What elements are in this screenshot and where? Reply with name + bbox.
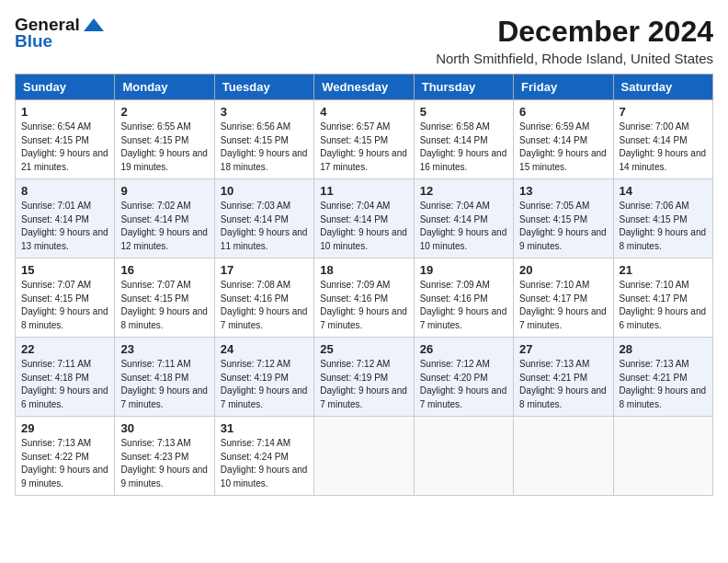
weekday-header-wednesday: Wednesday (314, 75, 414, 100)
day-info: Sunrise: 7:12 AMSunset: 4:19 PMDaylight:… (221, 358, 308, 411)
daylight-text: Daylight: 9 hours and 7 minutes. (420, 385, 507, 409)
sunset-text: Sunset: 4:15 PM (120, 293, 188, 304)
daylight-text: Daylight: 9 hours and 11 minutes. (221, 227, 308, 251)
day-info: Sunrise: 6:58 AMSunset: 4:14 PMDaylight:… (420, 121, 507, 174)
day-number: 9 (120, 184, 208, 198)
sunrise-text: Sunrise: 7:07 AM (120, 280, 190, 290)
calendar-cell: 29Sunrise: 7:13 AMSunset: 4:22 PMDayligh… (16, 417, 115, 496)
calendar-cell: 11Sunrise: 7:04 AMSunset: 4:14 PMDayligh… (314, 179, 414, 259)
day-number: 31 (221, 421, 308, 435)
day-info: Sunrise: 7:09 AMSunset: 4:16 PMDaylight:… (420, 279, 507, 332)
sunset-text: Sunset: 4:14 PM (620, 135, 688, 145)
calendar-week-5: 29Sunrise: 7:13 AMSunset: 4:22 PMDayligh… (16, 417, 713, 496)
svg-marker-0 (84, 18, 104, 31)
day-info: Sunrise: 6:59 AMSunset: 4:14 PMDaylight:… (519, 121, 607, 174)
day-info: Sunrise: 7:09 AMSunset: 4:16 PMDaylight:… (320, 279, 407, 332)
calendar-cell: 18Sunrise: 7:09 AMSunset: 4:16 PMDayligh… (314, 259, 414, 338)
month-title: December 2024 (436, 15, 713, 49)
day-info: Sunrise: 7:10 AMSunset: 4:17 PMDaylight:… (620, 279, 707, 332)
calendar-cell: 13Sunrise: 7:05 AMSunset: 4:15 PMDayligh… (514, 179, 613, 259)
sunrise-text: Sunrise: 7:08 AM (221, 280, 290, 290)
sunset-text: Sunset: 4:14 PM (120, 214, 188, 224)
sunrise-text: Sunrise: 7:11 AM (21, 359, 91, 369)
day-info: Sunrise: 7:13 AMSunset: 4:21 PMDaylight:… (620, 358, 707, 411)
day-info: Sunrise: 7:11 AMSunset: 4:18 PMDaylight:… (21, 358, 108, 411)
sunrise-text: Sunrise: 7:02 AM (120, 201, 190, 211)
day-number: 8 (21, 184, 108, 198)
sunrise-text: Sunrise: 7:06 AM (620, 201, 689, 211)
sunrise-text: Sunrise: 6:55 AM (120, 121, 190, 132)
sunset-text: Sunset: 4:19 PM (221, 373, 289, 383)
sunset-text: Sunset: 4:14 PM (221, 214, 289, 224)
sunset-text: Sunset: 4:15 PM (519, 214, 587, 224)
calendar-cell: 3Sunrise: 6:56 AMSunset: 4:15 PMDaylight… (214, 100, 313, 179)
daylight-text: Daylight: 9 hours and 13 minutes. (21, 227, 108, 251)
sunset-text: Sunset: 4:19 PM (320, 373, 388, 383)
sunrise-text: Sunrise: 7:05 AM (519, 201, 589, 211)
calendar-cell: 10Sunrise: 7:03 AMSunset: 4:14 PMDayligh… (214, 179, 313, 259)
sunset-text: Sunset: 4:15 PM (21, 293, 89, 304)
day-number: 6 (519, 105, 607, 119)
day-number: 26 (420, 342, 507, 356)
day-number: 24 (221, 342, 308, 356)
day-number: 4 (320, 105, 407, 119)
weekday-header-monday: Monday (115, 75, 214, 100)
calendar-cell: 2Sunrise: 6:55 AMSunset: 4:15 PMDaylight… (115, 100, 214, 179)
sunset-text: Sunset: 4:14 PM (320, 214, 388, 224)
day-number: 17 (221, 263, 308, 277)
day-info: Sunrise: 7:12 AMSunset: 4:19 PMDaylight:… (320, 358, 407, 411)
daylight-text: Daylight: 9 hours and 6 minutes. (21, 385, 108, 409)
day-info: Sunrise: 7:04 AMSunset: 4:14 PMDaylight:… (420, 200, 507, 253)
day-info: Sunrise: 6:54 AMSunset: 4:15 PMDaylight:… (21, 121, 108, 174)
day-info: Sunrise: 7:13 AMSunset: 4:22 PMDaylight:… (21, 437, 108, 490)
day-info: Sunrise: 7:01 AMSunset: 4:14 PMDaylight:… (21, 200, 108, 253)
daylight-text: Daylight: 9 hours and 7 minutes. (221, 306, 308, 330)
day-info: Sunrise: 7:14 AMSunset: 4:24 PMDaylight:… (221, 437, 308, 490)
sunset-text: Sunset: 4:17 PM (519, 293, 587, 304)
sunrise-text: Sunrise: 7:12 AM (320, 359, 390, 369)
sunset-text: Sunset: 4:18 PM (120, 373, 188, 383)
daylight-text: Daylight: 9 hours and 9 minutes. (120, 465, 208, 488)
calendar-week-1: 1Sunrise: 6:54 AMSunset: 4:15 PMDaylight… (16, 100, 713, 179)
weekday-header-friday: Friday (514, 75, 613, 100)
sunrise-text: Sunrise: 7:13 AM (120, 438, 190, 448)
sunset-text: Sunset: 4:15 PM (320, 135, 388, 145)
sunset-text: Sunset: 4:23 PM (120, 452, 188, 462)
day-info: Sunrise: 7:07 AMSunset: 4:15 PMDaylight:… (21, 279, 108, 332)
calendar-cell: 5Sunrise: 6:58 AMSunset: 4:14 PMDaylight… (414, 100, 513, 179)
day-number: 16 (120, 263, 208, 277)
sunrise-text: Sunrise: 7:14 AM (221, 438, 290, 448)
daylight-text: Daylight: 9 hours and 21 minutes. (21, 148, 108, 172)
day-number: 7 (620, 105, 707, 119)
day-info: Sunrise: 7:12 AMSunset: 4:20 PMDaylight:… (420, 358, 507, 411)
sunset-text: Sunset: 4:14 PM (519, 135, 587, 145)
calendar-cell: 26Sunrise: 7:12 AMSunset: 4:20 PMDayligh… (414, 338, 513, 417)
sunrise-text: Sunrise: 7:13 AM (620, 359, 689, 369)
calendar-cell: 1Sunrise: 6:54 AMSunset: 4:15 PMDaylight… (16, 100, 115, 179)
sunset-text: Sunset: 4:17 PM (620, 293, 688, 304)
sunrise-text: Sunrise: 7:04 AM (420, 201, 490, 211)
daylight-text: Daylight: 9 hours and 9 minutes. (519, 227, 607, 251)
location-title: North Smithfield, Rhode Island, United S… (436, 51, 713, 66)
calendar-cell (613, 417, 712, 496)
sunrise-text: Sunrise: 7:13 AM (519, 359, 589, 369)
calendar-cell: 12Sunrise: 7:04 AMSunset: 4:14 PMDayligh… (414, 179, 513, 259)
day-info: Sunrise: 7:02 AMSunset: 4:14 PMDaylight:… (120, 200, 208, 253)
sunset-text: Sunset: 4:21 PM (519, 373, 587, 383)
calendar-cell: 23Sunrise: 7:11 AMSunset: 4:18 PMDayligh… (115, 338, 214, 417)
weekday-header-thursday: Thursday (414, 75, 513, 100)
calendar-cell: 28Sunrise: 7:13 AMSunset: 4:21 PMDayligh… (613, 338, 712, 417)
daylight-text: Daylight: 9 hours and 7 minutes. (221, 385, 308, 409)
sunrise-text: Sunrise: 6:56 AM (221, 121, 290, 132)
weekday-header-sunday: Sunday (16, 75, 115, 100)
calendar-cell: 22Sunrise: 7:11 AMSunset: 4:18 PMDayligh… (16, 338, 115, 417)
sunrise-text: Sunrise: 7:12 AM (221, 359, 290, 369)
day-number: 20 (519, 263, 607, 277)
daylight-text: Daylight: 9 hours and 8 minutes. (21, 306, 108, 330)
sunset-text: Sunset: 4:20 PM (420, 373, 488, 383)
day-number: 21 (620, 263, 707, 277)
sunset-text: Sunset: 4:15 PM (120, 135, 188, 145)
title-block: December 2024 North Smithfield, Rhode Is… (436, 15, 713, 66)
day-number: 5 (420, 105, 507, 119)
calendar-cell: 27Sunrise: 7:13 AMSunset: 4:21 PMDayligh… (514, 338, 613, 417)
